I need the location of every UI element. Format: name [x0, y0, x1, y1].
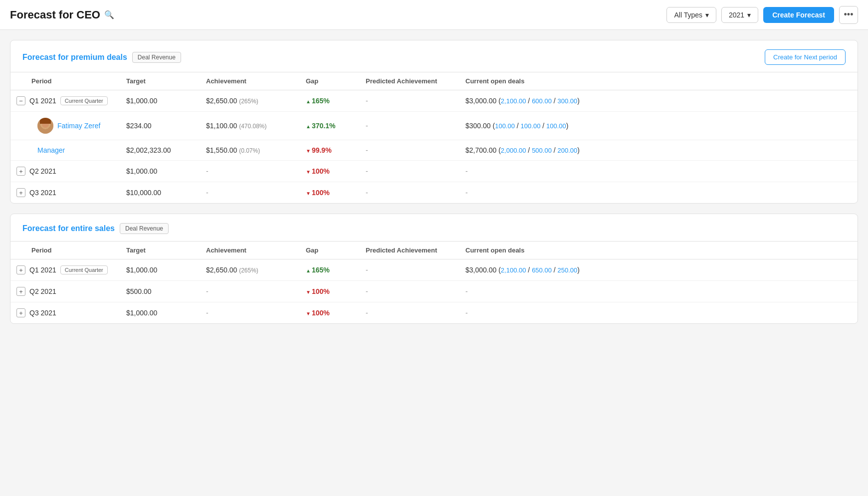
- gap-cell: 100%: [300, 302, 360, 324]
- target-cell: $1,000.00: [120, 90, 200, 112]
- col-header-achievement: Achievement: [200, 72, 300, 90]
- open-deals-cell: -: [459, 281, 858, 302]
- card2-badge: Deal Revenue: [120, 223, 169, 234]
- manager-period-cell: Manager: [10, 140, 120, 161]
- col-header-period: Period: [10, 242, 120, 259]
- expand-icon[interactable]: +: [16, 188, 25, 197]
- gap-value: 165%: [306, 97, 330, 105]
- achievement-cell: -: [200, 281, 300, 302]
- target-cell: $1,000.00: [120, 302, 200, 324]
- gap-cell: 100%: [300, 281, 360, 302]
- forecast-premium-card: Forecast for premium deals Deal Revenue …: [10, 40, 858, 204]
- gap-cell: 165%: [300, 259, 360, 281]
- period-cell: − Q1 2021 Current Quarter: [10, 90, 120, 112]
- main-content: Forecast for premium deals Deal Revenue …: [0, 30, 868, 334]
- user-name-link[interactable]: Fatimay Zeref: [57, 122, 100, 130]
- period-cell: + Q3 2021: [10, 302, 120, 324]
- card2-header: Forecast for entire sales Deal Revenue: [10, 214, 858, 241]
- page-header: Forecast for CEO 🔍 All Types ▾ 2021 ▾ Cr…: [0, 0, 868, 30]
- open-deals-cell: -: [459, 302, 858, 324]
- year-dropdown[interactable]: 2021 ▾: [721, 7, 758, 23]
- expand-icon[interactable]: +: [16, 167, 25, 176]
- forecast2-table: Period Target Achievement Gap Predicted …: [10, 241, 858, 323]
- collapse-icon[interactable]: −: [16, 96, 25, 105]
- open-deals-cell: -: [459, 161, 858, 182]
- header-right: All Types ▾ 2021 ▾ Create Forecast •••: [666, 6, 858, 24]
- gap-cell: 100%: [300, 182, 360, 204]
- table-row: + Q3 2021 $1,000.00 - 100% - -: [10, 302, 858, 324]
- target-cell: $1,000.00: [120, 161, 200, 182]
- create-next-period-button[interactable]: Create for Next period: [765, 49, 846, 65]
- gap-cell: 100%: [300, 161, 360, 182]
- col-header-gap: Gap: [300, 242, 360, 259]
- achievement-cell: $2,650.00 (265%): [200, 259, 300, 281]
- card2-header-left: Forecast for entire sales Deal Revenue: [22, 223, 169, 234]
- achievement-cell: -: [200, 302, 300, 324]
- open-deals-cell: $300.00 (100.00 / 100.00 / 100.00): [459, 112, 858, 140]
- col-header-target: Target: [120, 242, 200, 259]
- period-label: Q2 2021: [29, 167, 56, 175]
- gap-cell: 99.9%: [300, 140, 360, 161]
- card1-header: Forecast for premium deals Deal Revenue …: [10, 40, 858, 72]
- col-header-period: Period: [10, 72, 120, 90]
- gap-value: 165%: [306, 266, 330, 274]
- open-deals-cell: $2,700.00 (2,000.00 / 500.00 / 200.00): [459, 140, 858, 161]
- header-left: Forecast for CEO 🔍: [10, 8, 114, 21]
- col-header-achievement: Achievement: [200, 242, 300, 259]
- predicted-cell: -: [360, 259, 459, 281]
- target-cell: $2,002,323.00: [120, 140, 200, 161]
- period-cell: + Q3 2021: [10, 182, 120, 204]
- achievement-cell: $1,100.00 (470.08%): [200, 112, 300, 140]
- gap-value: 100%: [306, 167, 330, 175]
- gap-value: 370.1%: [306, 122, 335, 130]
- current-quarter-badge: Current Quarter: [60, 265, 108, 274]
- gap-value: 99.9%: [306, 146, 332, 154]
- predicted-cell: -: [360, 281, 459, 302]
- expand-icon[interactable]: +: [16, 308, 25, 317]
- period-cell: + Q2 2021: [10, 281, 120, 302]
- period-label: Q3 2021: [29, 309, 56, 317]
- col-header-target: Target: [120, 72, 200, 90]
- open-deals-cell: -: [459, 182, 858, 204]
- open-deals-cell: $3,000.00 (2,100.00 / 650.00 / 250.00): [459, 259, 858, 281]
- table-row: + Q2 2021 $1,000.00 - 100% - -: [10, 161, 858, 182]
- more-options-button[interactable]: •••: [839, 6, 858, 24]
- gap-value: 100%: [306, 189, 330, 197]
- target-cell: $500.00: [120, 281, 200, 302]
- page-title: Forecast for CEO: [10, 8, 100, 21]
- period-cell: + Q1 2021 Current Quarter: [10, 259, 120, 281]
- search-icon[interactable]: 🔍: [104, 10, 114, 19]
- table-row: Fatimay Zeref $234.00 $1,100.00 (470.08%…: [10, 112, 858, 140]
- gap-cell: 165%: [300, 90, 360, 112]
- forecast-entire-sales-card: Forecast for entire sales Deal Revenue P…: [10, 214, 858, 324]
- col-header-predicted: Predicted Achievement: [360, 242, 459, 259]
- target-cell: $1,000.00: [120, 259, 200, 281]
- period-label: Q3 2021: [29, 189, 56, 197]
- avatar: [37, 118, 53, 134]
- col-header-open-deals: Current open deals: [459, 72, 858, 90]
- current-quarter-badge: Current Quarter: [60, 96, 108, 105]
- achievement-cell: -: [200, 161, 300, 182]
- period-cell: + Q2 2021: [10, 161, 120, 182]
- achievement-cell: -: [200, 182, 300, 204]
- all-types-dropdown[interactable]: All Types ▾: [666, 7, 716, 23]
- table-row: Manager $2,002,323.00 $1,550.00 (0.07%) …: [10, 140, 858, 161]
- chevron-down-icon: ▾: [747, 11, 751, 19]
- card2-title: Forecast for entire sales: [22, 224, 115, 233]
- table-row: − Q1 2021 Current Quarter $1,000.00 $2,6…: [10, 90, 858, 112]
- table-row: + Q3 2021 $10,000.00 - 100% - -: [10, 182, 858, 204]
- predicted-cell: -: [360, 302, 459, 324]
- chevron-down-icon: ▾: [705, 11, 709, 19]
- expand-icon[interactable]: +: [16, 287, 25, 296]
- gap-cell: 370.1%: [300, 112, 360, 140]
- col-header-gap: Gap: [300, 72, 360, 90]
- card1-badge: Deal Revenue: [132, 52, 181, 63]
- more-icon: •••: [844, 9, 854, 20]
- manager-link[interactable]: Manager: [37, 146, 65, 154]
- table-row: + Q2 2021 $500.00 - 100% - -: [10, 281, 858, 302]
- period-label: Q1 2021: [29, 97, 56, 105]
- forecast1-table: Period Target Achievement Gap Predicted …: [10, 72, 858, 203]
- create-forecast-button[interactable]: Create Forecast: [763, 7, 834, 23]
- expand-icon[interactable]: +: [16, 265, 25, 274]
- predicted-cell: -: [360, 140, 459, 161]
